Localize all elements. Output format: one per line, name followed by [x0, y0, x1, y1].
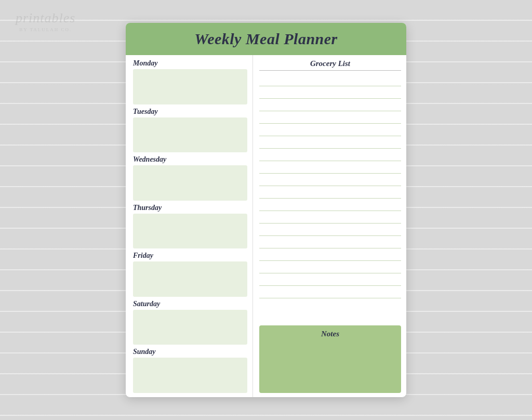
day-box-sunday[interactable]	[133, 358, 247, 393]
day-row-monday: Monday	[133, 59, 247, 104]
day-label-wednesday: Wednesday	[133, 155, 247, 164]
grocery-section: Grocery List	[259, 59, 401, 321]
grocery-line[interactable]	[259, 186, 401, 199]
planner-title: Weekly Meal Planner	[136, 30, 396, 48]
day-row-wednesday: Wednesday	[133, 155, 247, 201]
watermark-title: printables	[16, 10, 75, 26]
grocery-lines	[259, 74, 401, 298]
days-column: MondayTuesdayWednesdayThursdayFridaySatu…	[126, 55, 253, 397]
planner-body: MondayTuesdayWednesdayThursdayFridaySatu…	[126, 55, 406, 397]
grocery-line[interactable]	[259, 273, 401, 286]
day-row-saturday: Saturday	[133, 300, 247, 345]
grocery-line[interactable]	[259, 261, 401, 273]
grocery-line[interactable]	[259, 124, 401, 136]
watermark: printables by TALULAH CO.	[16, 10, 75, 32]
day-label-tuesday: Tuesday	[133, 108, 247, 116]
planner-header: Weekly Meal Planner	[126, 23, 406, 55]
notes-section: Notes	[259, 325, 401, 393]
day-row-tuesday: Tuesday	[133, 108, 247, 153]
day-row-friday: Friday	[133, 252, 247, 297]
planner-card: Weekly Meal Planner MondayTuesdayWednesd…	[126, 23, 406, 397]
grocery-line[interactable]	[259, 161, 401, 174]
day-label-sunday: Sunday	[133, 348, 247, 356]
day-label-thursday: Thursday	[133, 204, 247, 212]
grocery-line[interactable]	[259, 211, 401, 224]
grocery-line[interactable]	[259, 286, 401, 298]
grocery-line[interactable]	[259, 236, 401, 248]
day-box-wednesday[interactable]	[133, 165, 247, 201]
right-column: Grocery List Notes	[253, 55, 406, 397]
day-row-sunday: Sunday	[133, 348, 247, 393]
watermark-subtitle: by TALULAH CO.	[16, 27, 75, 32]
day-label-saturday: Saturday	[133, 300, 247, 308]
day-box-thursday[interactable]	[133, 214, 247, 249]
day-box-friday[interactable]	[133, 261, 247, 297]
grocery-line[interactable]	[259, 224, 401, 236]
day-box-tuesday[interactable]	[133, 117, 247, 153]
notes-title: Notes	[263, 330, 397, 338]
grocery-line[interactable]	[259, 248, 401, 261]
day-row-thursday: Thursday	[133, 204, 247, 249]
day-label-friday: Friday	[133, 252, 247, 260]
grocery-line[interactable]	[259, 86, 401, 99]
grocery-line[interactable]	[259, 174, 401, 186]
grocery-line[interactable]	[259, 136, 401, 149]
day-label-monday: Monday	[133, 59, 247, 68]
grocery-line[interactable]	[259, 199, 401, 211]
grocery-line[interactable]	[259, 111, 401, 124]
grocery-line[interactable]	[259, 149, 401, 161]
day-box-saturday[interactable]	[133, 310, 247, 345]
grocery-line[interactable]	[259, 74, 401, 86]
grocery-title: Grocery List	[259, 59, 401, 71]
day-box-monday[interactable]	[133, 69, 247, 104]
grocery-line[interactable]	[259, 99, 401, 111]
